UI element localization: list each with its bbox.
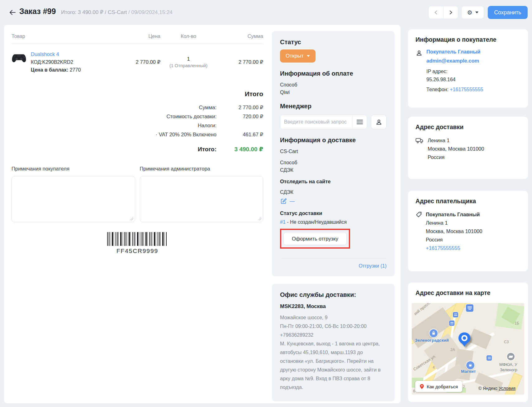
person-icon: [375, 119, 382, 126]
shipment-link[interactable]: #1: [280, 219, 286, 225]
column-price: Цена: [123, 34, 160, 39]
bus-stop-icon: [449, 320, 455, 326]
billing-phone-link[interactable]: +16175555555: [426, 244, 482, 252]
order-total-summary: Итого: 3 490.00 ₽ / CS-Cart: [61, 9, 127, 15]
product-points-label: Цена в баллах:: [31, 67, 68, 73]
red-pin-icon: [420, 384, 424, 389]
tracking-row: —: [280, 198, 387, 205]
chevron-down-icon: [307, 55, 310, 57]
column-product: Товар: [12, 34, 123, 39]
map-card: Адрес доставки на карте Зеленоград: [408, 283, 528, 402]
map-house-number: 1Б: [515, 321, 519, 325]
delivery-map[interactable]: Зеленоградский Магнит МФЮА, У Зеленогр к…: [412, 303, 524, 395]
customer-ip-label: IP адрес:: [426, 68, 483, 76]
customer-phone-link[interactable]: +16175555555: [450, 87, 483, 92]
manager-heading: Менеджер: [280, 103, 387, 110]
customer-notes-label: Примечания покупателя: [12, 166, 135, 172]
order-status-value: Открыт: [286, 53, 304, 59]
save-button[interactable]: Сохранить: [488, 6, 528, 19]
mall-icon: [429, 329, 438, 338]
barcode-text: FF45CR9999: [116, 248, 158, 255]
office-name: MSK2283, Москва: [280, 303, 387, 310]
shipping-heading: Информация о доставке: [280, 137, 387, 144]
product-code: КОД:K290B2KRD2: [31, 59, 81, 65]
shipment-status-label: Статус доставки: [280, 210, 387, 216]
shipping-address-country: Россия: [428, 153, 484, 161]
totals-row-label: Налоги:: [86, 123, 216, 129]
back-button[interactable]: [7, 7, 17, 17]
payment-method-value: Qiwi: [280, 90, 387, 95]
product-price: 2 770.00 ₽: [123, 59, 160, 65]
page-header: Заказ #99 Итого: 3 490.00 ₽ / CS-Cart / …: [0, 0, 532, 25]
tracking-number-value: —: [290, 199, 295, 204]
shipping-method-value: СДЭК: [280, 167, 387, 173]
totals-row: · VAT 20% 20% Включено 461.67 ₽: [86, 132, 263, 138]
customer-card-heading: Информация о покупателе: [416, 36, 520, 43]
totals-heading: Итого: [245, 90, 263, 98]
status-panel-footer: Отгрузки (1): [280, 258, 387, 269]
bus-stop-icon: [453, 312, 458, 318]
chevron-left-icon: [434, 11, 438, 14]
next-order-button[interactable]: [443, 6, 458, 19]
order-settings-button[interactable]: ⚙: [461, 6, 484, 19]
tag-icon: [416, 211, 422, 218]
order-status-dropdown[interactable]: Открыт: [280, 49, 316, 63]
shipping-address-card: Адрес доставки Ленина 1 Москва, Москва 1…: [408, 117, 528, 179]
shipping-vendor: CS-Cart: [280, 149, 387, 154]
map-street-name: кий просп.: [413, 303, 431, 316]
totals-row-value: 461.67 ₽: [216, 132, 263, 138]
map-house-number: С3: [504, 340, 509, 344]
totals-row-label: Сумма:: [86, 105, 216, 110]
status-heading: Статус: [280, 39, 387, 46]
customer-notes-textarea[interactable]: [12, 176, 135, 222]
product-name-link[interactable]: Dualshock 4: [31, 51, 81, 57]
route-button-label: Как добраться: [427, 384, 458, 389]
map-house-number: 2А: [450, 348, 455, 352]
map-house-number: 6: [413, 389, 415, 393]
map-road: [500, 373, 522, 395]
status-panel: Статус Открыт Информация об оплате Спосо…: [272, 31, 395, 276]
create-shipment-button[interactable]: Оформить отгрузку: [283, 232, 347, 245]
hamburger-icon: [357, 120, 363, 124]
map-label-poi2: Зеленогр: [500, 367, 517, 372]
product-qty-note: (1 Отправленный): [160, 63, 216, 68]
map-pin-icon: [458, 332, 471, 351]
billing-address-city: Москва, Москва 101000: [426, 227, 482, 236]
office-phone: +79636289232: [280, 331, 387, 339]
page-subtitle: Итого: 3 490.00 ₽ / CS-Cart / 09/09/2024…: [61, 9, 173, 16]
office-heading: Офис службы доставки:: [280, 291, 387, 298]
product-image: [12, 51, 26, 64]
prev-order-button[interactable]: [429, 6, 443, 19]
barcode-image: [107, 232, 168, 246]
grand-total: Итого: 3 490.00 ₽: [86, 146, 263, 153]
customer-email-link[interactable]: admin@example.com: [426, 58, 483, 64]
page-title: Заказ #99: [19, 7, 56, 16]
manager-search-input[interactable]: [280, 115, 352, 129]
university-icon: [506, 352, 515, 361]
customer-ip-value: 95.26.98.164: [426, 76, 483, 84]
shopping-bag-icon: [431, 331, 436, 335]
map-copyright: © Яндекс: [478, 386, 499, 391]
shipping-address-city: Москва, Москва 101000: [428, 145, 484, 153]
manager-list-button[interactable]: [352, 115, 367, 129]
shipping-method-label: Способ: [280, 160, 387, 166]
column-qty: Кол-во: [160, 34, 216, 39]
person-icon: [416, 49, 423, 57]
assign-manager-button[interactable]: [371, 115, 387, 129]
admin-notes-textarea[interactable]: [140, 176, 264, 222]
product-qty: 1: [160, 56, 216, 62]
shipments-link[interactable]: Отгрузки (1): [359, 263, 387, 269]
map-terms-link[interactable]: Условия: [499, 386, 515, 391]
customer-name-link[interactable]: Покупатель Главный: [426, 49, 483, 55]
office-address: Можайское шоссе, 9: [280, 313, 387, 322]
billing-address-country: Россия: [426, 236, 482, 244]
product-points-value: 2770: [70, 67, 81, 73]
totals-row-value: 720.00 ₽: [216, 114, 263, 119]
manager-search-row: [280, 115, 387, 129]
edit-icon[interactable]: [280, 198, 287, 205]
bus-stop-icon: [486, 355, 492, 361]
basket-icon: [468, 363, 473, 367]
map-label-store: Магнит: [461, 369, 476, 374]
route-button[interactable]: Как добраться: [415, 381, 462, 392]
billing-name: Покупатель Главный: [426, 210, 482, 219]
